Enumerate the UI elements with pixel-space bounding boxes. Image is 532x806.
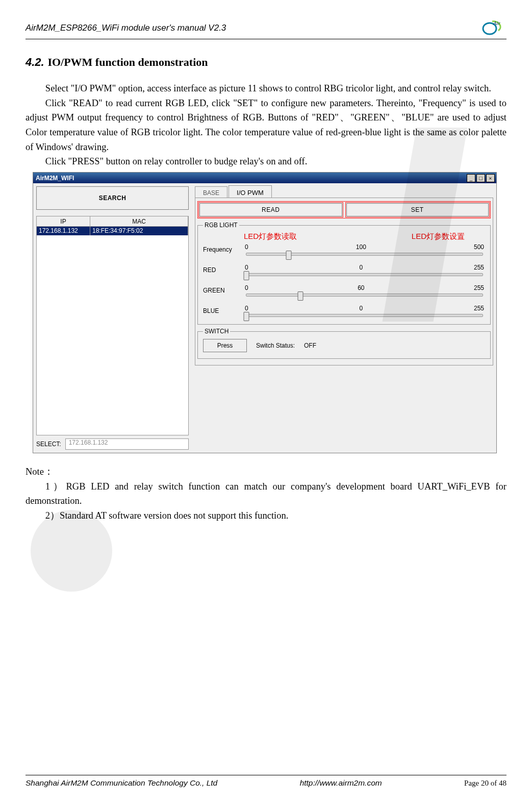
paragraph-2: Click "READ" to read current RGB LED, cl… — [26, 96, 506, 155]
freq-max: 500 — [474, 243, 484, 251]
doc-title: AirM2M_ESP8266_WiFi module user's manual… — [26, 23, 226, 33]
window-close-icon[interactable]: × — [486, 174, 495, 182]
note-2: 2）Standard AT software version does not … — [26, 508, 506, 523]
app-window: AirM2M_WIFI _ □ × SEARCH IP MAC 172.168.… — [33, 172, 497, 453]
blue-max: 255 — [474, 305, 484, 312]
green-thumb[interactable] — [298, 291, 303, 301]
footer-url: http://www.airm2m.com — [300, 778, 382, 788]
note-1: 1）RGB LED and relay switch function can … — [26, 479, 506, 508]
table-row[interactable]: 172.168.1.132 18:FE:34:97:F5:02 — [37, 227, 188, 235]
tab-iopwm[interactable]: I/O PWM — [229, 185, 272, 198]
section-title: IO/PWM function demonstration — [47, 56, 208, 68]
blue-mid: 0 — [359, 305, 363, 312]
green-max: 255 — [474, 284, 484, 291]
svg-text:Air: Air — [493, 20, 501, 26]
blue-label: BLUE — [203, 307, 244, 314]
frequency-thumb[interactable] — [286, 251, 292, 260]
green-min: 0 — [245, 284, 248, 291]
green-label: GREEN — [203, 287, 244, 294]
red-mid: 0 — [359, 264, 363, 271]
window-minimize-icon[interactable]: _ — [467, 174, 475, 182]
section-heading: 4.2. IO/PWM function demonstration — [26, 55, 506, 69]
switch-legend: SWITCH — [203, 328, 230, 335]
switch-status-value: OFF — [304, 342, 316, 349]
footer-company: Shanghai AirM2M Communication Technology… — [26, 778, 217, 788]
paragraph-3: Click "PRESS" button on relay controller… — [26, 154, 506, 169]
rgb-light-group: RGB LIGHT LED灯参数读取 LED灯参数设置 Frequency 0 … — [197, 222, 491, 325]
press-button[interactable]: Press — [203, 339, 247, 352]
column-header-mac[interactable]: MAC — [90, 216, 188, 226]
read-button[interactable]: READ — [199, 203, 342, 216]
frequency-label: Frequency — [203, 246, 244, 253]
window-title: AirM2M_WIFI — [36, 175, 74, 182]
annotation-set: LED灯参数设置 — [412, 232, 465, 241]
set-button[interactable]: SET — [346, 203, 489, 216]
red-max: 255 — [474, 264, 484, 271]
red-label: RED — [203, 266, 244, 274]
section-number: 4.2. — [26, 56, 44, 68]
column-header-ip[interactable]: IP — [37, 216, 90, 226]
cell-ip: 172.168.1.132 — [37, 227, 90, 235]
search-button[interactable]: SEARCH — [36, 186, 189, 210]
brand-logo: Air — [478, 19, 506, 37]
switch-group: SWITCH Press Switch Status: OFF — [197, 328, 491, 359]
green-slider[interactable] — [246, 294, 483, 297]
window-maximize-icon[interactable]: □ — [476, 174, 485, 182]
select-input[interactable]: 172.168.1.132 — [65, 438, 189, 450]
red-thumb[interactable] — [244, 271, 249, 280]
footer-page: Page 20 of 48 — [464, 779, 506, 788]
blue-thumb[interactable] — [244, 312, 249, 321]
device-grid[interactable]: IP MAC 172.168.1.132 18:FE:34:97:F5:02 — [36, 216, 189, 435]
note-label: Note： — [26, 465, 506, 479]
freq-mid: 100 — [356, 243, 366, 251]
red-slider[interactable] — [246, 273, 483, 276]
page-footer: Shanghai AirM2M Communication Technology… — [26, 775, 506, 788]
freq-min: 0 — [245, 243, 248, 251]
paragraph-1: Select "I/O PWM" option, access interfac… — [26, 81, 506, 96]
cell-mac: 18:FE:34:97:F5:02 — [90, 227, 188, 235]
frequency-slider[interactable] — [246, 253, 483, 256]
rgb-legend: RGB LIGHT — [203, 222, 239, 229]
annotation-read: LED灯参数读取 — [244, 232, 297, 241]
switch-status-label: Switch Status: — [256, 342, 295, 349]
select-label: SELECT: — [36, 441, 61, 448]
window-titlebar: AirM2M_WIFI _ □ × — [33, 173, 496, 183]
blue-slider[interactable] — [246, 314, 483, 317]
blue-min: 0 — [245, 305, 248, 312]
red-min: 0 — [245, 264, 248, 271]
read-set-row: READ SET — [197, 201, 491, 218]
green-mid: 60 — [358, 284, 364, 291]
tab-base[interactable]: BASE — [195, 186, 227, 198]
